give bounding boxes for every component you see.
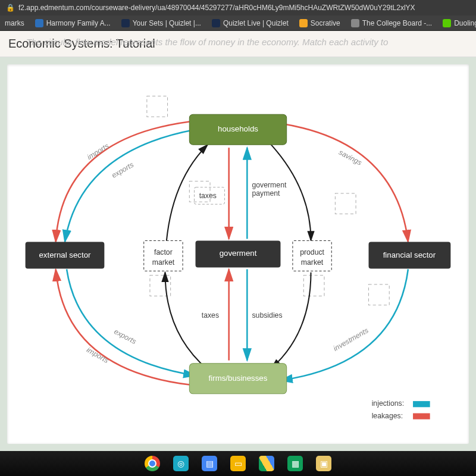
label-savings: savings (337, 148, 363, 167)
taskbar-chrome-icon[interactable] (145, 456, 160, 471)
legend-leakages-label: leakages: (372, 412, 403, 420)
bookmark-icon (299, 19, 308, 27)
arrow-savings (280, 123, 408, 242)
bookmark-icon (351, 19, 359, 27)
label-exports-bot: exports (112, 327, 137, 346)
label-gov-payment-2: payment (252, 189, 280, 198)
drop-target[interactable] (150, 275, 171, 296)
bookmark-harmony[interactable]: Harmony Family A... (35, 19, 111, 27)
url-text: f2.app.edmentum.com/courseware-delivery/… (18, 4, 415, 12)
bookmark-collegeboard[interactable]: The College Board -... (351, 19, 432, 27)
label-exports-top: exports (110, 161, 135, 180)
node-product-label1: product (300, 248, 324, 256)
node-external-label: external sector (39, 250, 91, 259)
bookmark-quizlet-live[interactable]: Quizlet Live | Quizlet (212, 19, 289, 27)
node-government-label: goverment (220, 249, 257, 258)
label-taxes-down: taxes (202, 311, 219, 320)
legend-injections-label: injections: (372, 399, 404, 408)
drop-target[interactable] (335, 193, 356, 214)
arrow-exports-bot (67, 270, 195, 376)
legend-injections-swatch (413, 401, 430, 407)
bookmark-icon (121, 19, 130, 27)
node-households-label: households (218, 124, 258, 133)
legend-leakages-swatch (413, 414, 430, 419)
taskbar: ◎ ▤ ▭ ▦ ▣ (0, 451, 476, 476)
node-product-label2: market (301, 258, 324, 267)
lock-icon: 🔒 (6, 4, 15, 12)
label-subsidies: subsidies (252, 311, 282, 320)
taskbar-drive-icon[interactable] (259, 456, 274, 471)
bookmark-icon (212, 19, 220, 27)
page-header: The circular flow model represents the f… (0, 31, 476, 57)
bookmark-icon (443, 19, 451, 27)
drop-target[interactable] (303, 275, 324, 296)
arrow-product-to-firms (271, 273, 311, 368)
arrow-exports-top (65, 130, 196, 242)
label-gov-payment-1: goverment (252, 181, 286, 189)
circular-flow-diagram[interactable]: imports exports savings taxes goverment … (7, 64, 469, 444)
node-firms-label: firms/businesses (209, 374, 268, 383)
bookmark-quizlet-sets[interactable]: Your Sets | Quizlet |... (121, 19, 201, 27)
taskbar-slides-icon[interactable]: ▭ (230, 456, 246, 471)
node-financial-label: financial sector (383, 250, 436, 259)
drop-target[interactable] (147, 96, 168, 117)
node-factor-label1: factor (154, 248, 173, 256)
diagram-area: imports exports savings taxes goverment … (0, 57, 476, 451)
taskbar-edmentum-icon[interactable]: ◎ (173, 456, 189, 471)
bookmark-marks[interactable]: marks (5, 19, 24, 27)
node-factor-label2: market (152, 258, 175, 267)
bookmark-icon (35, 19, 43, 27)
label-imports-bot: imports (85, 346, 110, 365)
taskbar-sheets-icon[interactable]: ▦ (287, 456, 303, 471)
arrow-imports-bot (56, 270, 190, 385)
taskbar-classroom-icon[interactable]: ▣ (316, 456, 331, 471)
arrow-firms-to-factor (165, 273, 207, 369)
label-imports-top: imports (86, 142, 110, 161)
bookmarks-bar: marks Harmony Family A... Your Sets | Qu… (0, 15, 476, 31)
taskbar-docs-icon[interactable]: ▤ (202, 456, 217, 471)
label-taxes-up: taxes (199, 192, 217, 200)
drop-target[interactable] (369, 284, 390, 305)
address-bar[interactable]: 🔒 f2.app.edmentum.com/courseware-deliver… (0, 0, 476, 15)
ghost-instruction: The circular flow model represents the f… (26, 37, 388, 47)
diagram-svg: imports exports savings taxes goverment … (7, 64, 469, 444)
bookmark-socrative[interactable]: Socrative (299, 19, 340, 27)
bookmark-duolingo[interactable]: Duoling (443, 19, 476, 27)
